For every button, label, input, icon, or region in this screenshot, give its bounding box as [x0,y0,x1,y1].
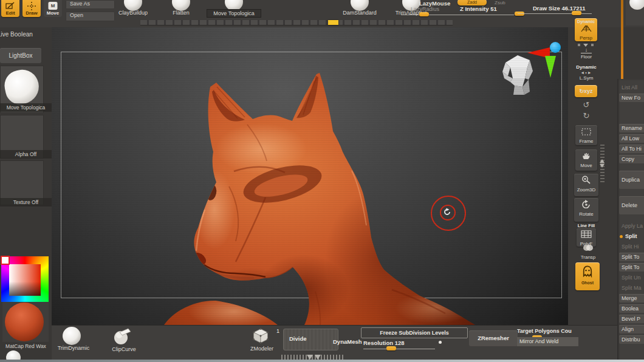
line-fill-label: Line Fill [574,223,598,228]
ghost-button[interactable]: Ghost [575,262,600,290]
gizmo-y-axis-cone[interactable] [545,56,556,78]
subtool-panel-item[interactable]: All Low [619,134,644,143]
tick-strip-arrow-up[interactable] [307,355,313,360]
subtool-panel: List All New Fo Rename All Low All To Hi [617,79,644,362]
toolbar-segment-strip[interactable] [140,20,453,25]
brush-item[interactable]: Move Topologica [207,0,261,19]
rotate-label: Rotate [574,211,598,217]
subtool-item-label: All To Hi [622,146,642,152]
brush-item[interactable]: ClayBuildup [111,0,155,19]
rxyz-button[interactable]: ↻xyz [575,85,597,97]
draw-label: Draw [22,10,41,16]
timeline-tick-strip[interactable] [281,355,344,360]
gizmo-z-axis-sphere[interactable] [550,42,561,53]
subtool-item-label: Split To [622,254,639,260]
subtool-panel-item[interactable]: Duplica [619,171,644,189]
subtool-panel-item[interactable]: Align [619,325,644,333]
lazy-radius-slider-track[interactable] [401,15,514,15]
subtool-panel-item[interactable]: Delete [619,196,644,214]
subtool-panel-item[interactable]: Bevel P [619,315,644,323]
texture-label: Texture Off [0,198,52,207]
local-symmetry-button[interactable]: ◄•► L.Sym [577,70,596,81]
subtool-panel-item[interactable]: Apply La [619,222,644,230]
zremesher-button[interactable]: ZRemesher [469,330,518,346]
subtool-panel-item[interactable]: Rename [619,124,644,132]
edit-button[interactable]: Edit [1,0,19,17]
monitor-bottom-edge [0,360,644,362]
subtool-panel-list: List All New Fo Rename All Low All To Hi [619,81,644,344]
resolution-slider-handle[interactable] [386,346,396,350]
move-window-icon: M [49,2,58,10]
subtool-panel-item[interactable]: List All [619,83,644,92]
mirror-and-weld-button[interactable]: Mirror And Weld [517,337,578,346]
move-mode-button[interactable]: M Move [44,0,62,17]
draw-size-slider-handle[interactable] [572,11,581,15]
rotate-ccw-icon[interactable]: ↺ [579,101,594,109]
subtool-panel-item[interactable]: Split Hi [619,242,644,251]
subtool-panel-item[interactable]: Split To [619,253,644,261]
edit-label: Edit [1,10,19,16]
subtool-panel-item[interactable]: Copy [619,155,644,163]
rotate-cw-icon[interactable]: ↻ [579,112,594,120]
trim-dynamic-brush-icon[interactable] [63,327,81,345]
subtool-item-label: Apply La [622,223,643,229]
draw-crosshair-icon [27,2,36,10]
panel-divider-handle[interactable] [600,145,605,182]
rxyz-label: xyz [584,88,593,94]
sculpt-fox-bust[interactable] [52,27,568,325]
subtool-panel-item[interactable]: Split Un [619,273,644,282]
brush-item[interactable]: DamStandard [332,0,387,19]
left-sidebar: Live Boolean LightBox Move Topologica Al… [0,27,52,362]
subtool-panel-item[interactable]: Split Ma [619,284,644,292]
lazy-radius-slider-label: LazyRadius [411,6,439,12]
subtool-panel-item[interactable]: New Fo [619,94,644,102]
lsym-label: L.Sym [577,75,596,81]
toolbar-segment-active[interactable] [328,20,338,25]
resolution-slider-track[interactable] [363,349,435,349]
subtool-panel-item[interactable]: Split [619,232,644,241]
subtool-item-label: Split Ma [622,285,642,291]
subtool-panel-item[interactable]: Split To [619,263,644,272]
zsub-button[interactable]: Zsub [495,0,505,5]
color-swatch[interactable] [2,257,9,264]
subtool-panel-item[interactable]: Merge [619,294,644,302]
subtool-panel-item[interactable]: Boolea [619,304,644,313]
subtool-panel-item[interactable]: All To Hi [619,145,644,153]
open-button[interactable]: Open [66,12,115,21]
lazy-radius-slider-handle[interactable] [419,12,429,16]
subtool-item-label: Copy [622,156,634,162]
save-as-button[interactable]: Save As [66,0,115,9]
rotate-button[interactable]: Rotate [574,198,598,222]
zadd-button[interactable]: Zadd [457,0,487,5]
draw-button[interactable]: Draw [22,0,41,17]
brush-label: Move Topologica [207,10,261,17]
persp-button[interactable]: Dynamic Persp [575,18,597,41]
rotate-cursor-icon [443,208,451,216]
subtool-item-label: Boolea [622,306,639,312]
zoom3d-label: Zoom3D [574,187,598,193]
floor-button[interactable]: ↓ Floor [577,47,596,60]
tick-strip-arrow-down[interactable] [315,355,321,360]
zoom3d-button[interactable]: Zoom3D [574,174,598,196]
dynamesh-button[interactable]: DynaMesh [333,338,362,345]
viewport-canvas[interactable] [52,27,568,325]
brush-shelf: ClayBuildup Flatten Move Topologica DamS… [111,0,436,19]
zmodeler-cube-icon[interactable] [251,327,270,345]
lightbox-button[interactable]: LightBox [0,48,41,63]
divide-button[interactable]: Divide [283,329,338,350]
brush-label: DamStandard [332,10,387,16]
frame-button[interactable]: Frame [575,125,597,145]
transparency-button[interactable]: Transp [578,242,598,260]
top-toolbar: Edit Draw M Move Save As Open ClayBuildu… [0,0,644,27]
color-picker-sv-square[interactable] [9,264,41,296]
subtool-panel-item[interactable]: Distribu [619,335,644,344]
clip-curve-brush-icon[interactable] [112,327,132,346]
zmodeler-badge: 1 [276,328,279,334]
freeze-subdivision-button[interactable]: Freeze SubDivision Levels [361,327,468,338]
brush-item[interactable]: Flatten [155,0,207,19]
move-tool-button[interactable]: Move [575,149,597,171]
live-boolean-button[interactable]: Live Boolean [0,31,33,38]
scroll-indicator[interactable] [621,0,623,79]
z-intensity-slider-label: Z Intensity 51 [460,5,497,12]
resolution-slider-label: Resolution 128 [363,340,405,346]
